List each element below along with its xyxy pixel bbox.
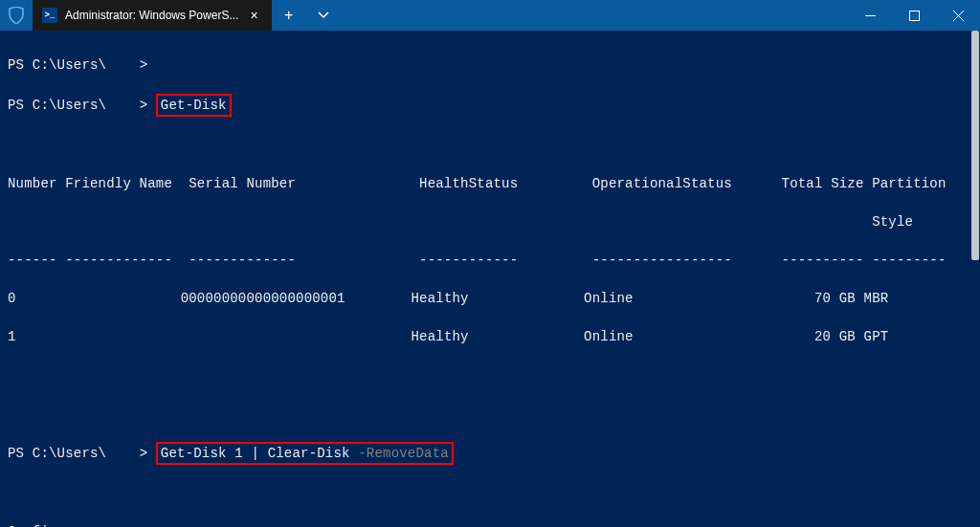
svg-rect-1 bbox=[909, 11, 919, 20]
shield-icon bbox=[0, 0, 33, 31]
window-titlebar: >_ Administrator: Windows PowerS... × + bbox=[0, 0, 980, 31]
close-window-button[interactable] bbox=[936, 0, 980, 31]
active-tab[interactable]: >_ Administrator: Windows PowerS... × bbox=[33, 0, 272, 31]
table-row: 0 00000000000000000001 Healthy Online 70… bbox=[8, 289, 972, 308]
username-redacted bbox=[106, 55, 139, 75]
tab-title: Administrator: Windows PowerS... bbox=[65, 9, 238, 22]
table-header: Number Friendly Name Serial Number Healt… bbox=[8, 174, 972, 193]
command-getdisk: Get-Disk bbox=[156, 94, 232, 117]
minimize-button[interactable] bbox=[848, 0, 892, 31]
table-row: 1 Healthy Online 20 GB GPT bbox=[8, 327, 972, 346]
powershell-icon: >_ bbox=[42, 8, 57, 23]
command-cleardisk: Get-Disk 1 | Clear-Disk -RemoveData bbox=[156, 442, 454, 465]
vertical-scrollbar[interactable] bbox=[970, 31, 980, 527]
maximize-button[interactable] bbox=[892, 0, 936, 31]
confirm-title: Confirm bbox=[8, 522, 972, 527]
scrollbar-thumb[interactable] bbox=[971, 31, 979, 260]
terminal-output[interactable]: PS C:\Users\ > PS C:\Users\ > Get-Disk N… bbox=[0, 31, 980, 527]
close-tab-button[interactable]: × bbox=[246, 8, 261, 23]
tab-dropdown-button[interactable] bbox=[306, 0, 341, 31]
new-tab-button[interactable]: + bbox=[272, 0, 306, 31]
prompt: PS C:\Users\ bbox=[8, 57, 106, 73]
